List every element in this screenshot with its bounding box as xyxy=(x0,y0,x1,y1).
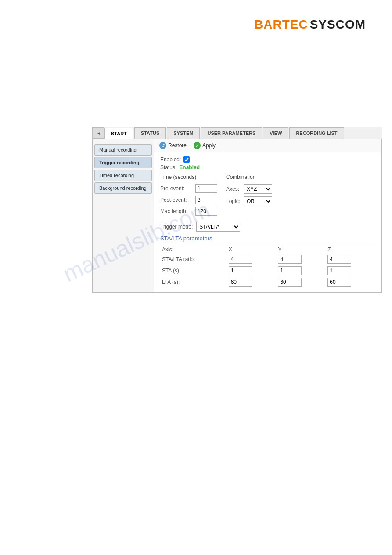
status-label: Status: xyxy=(160,164,176,170)
sta-y-input[interactable] xyxy=(278,266,302,275)
apply-icon: ✓ xyxy=(194,142,201,149)
lta-x-input[interactable] xyxy=(229,278,252,287)
form-area: Enabled: Status: Enabled Time (seconds) … xyxy=(154,152,381,292)
combination-section-title: Combination xyxy=(226,174,272,181)
tab-user-parameters[interactable]: USER PARAMETERS xyxy=(201,127,262,139)
sidebar-item-timed-recording[interactable]: Timed recording xyxy=(94,170,152,181)
trigger-mode-row: Trigger mode: STA/LTA Threshold xyxy=(160,222,375,232)
status-value: Enabled xyxy=(179,164,200,170)
sidebar-item-background-recording[interactable]: Background recording xyxy=(94,182,152,194)
restore-icon: ↺ xyxy=(159,142,166,149)
stalta-title: STA/LTA parameters xyxy=(160,235,375,243)
tab-system[interactable]: SYSTEM xyxy=(167,127,200,139)
logo: BARTEC SYSCOM xyxy=(254,18,366,32)
status-row: Status: Enabled xyxy=(160,164,375,170)
apply-button[interactable]: ✓ Apply xyxy=(194,142,216,149)
lta-label: LTA (s): xyxy=(162,279,180,285)
main-container: ◄ START STATUS SYSTEM USER PARAMETERS VI… xyxy=(92,127,382,293)
sidebar: Manual recording Trigger recording Timed… xyxy=(93,139,154,292)
axes-label: Axes: xyxy=(226,186,244,192)
stalta-ratio-y-input[interactable] xyxy=(278,255,302,264)
tab-bar: ◄ START STATUS SYSTEM USER PARAMETERS VI… xyxy=(92,127,382,139)
lta-z-input[interactable] xyxy=(327,278,351,287)
apply-label: Apply xyxy=(202,142,216,149)
pre-event-input[interactable]: 1 xyxy=(195,184,217,193)
sta-x-input[interactable] xyxy=(229,266,252,275)
toolbar: ↺ Restore ✓ Apply xyxy=(154,139,381,152)
sidebar-item-manual-recording[interactable]: Manual recording xyxy=(94,144,152,156)
time-section: Time (seconds) Pre-event: 1 Post-event: … xyxy=(160,174,217,218)
post-event-label: Post-event: xyxy=(160,197,195,203)
pre-event-label: Pre-event: xyxy=(160,185,195,192)
axis-z-header: Z xyxy=(326,246,375,254)
two-col-section: Time (seconds) Pre-event: 1 Post-event: … xyxy=(160,174,375,218)
max-length-row: Max length: 120 xyxy=(160,207,217,216)
post-event-input[interactable]: 3 xyxy=(195,196,217,204)
trigger-mode-select[interactable]: STA/LTA Threshold xyxy=(196,222,240,232)
max-length-label: Max length: xyxy=(160,208,195,214)
pre-event-row: Pre-event: 1 xyxy=(160,184,217,193)
stalta-table: Axis: X Y Z STA/LTA ratio: xyxy=(160,246,375,288)
tab-recording-list[interactable]: RECORDING LIST xyxy=(289,127,344,139)
logo-bartec: BARTEC xyxy=(254,18,308,32)
logic-label: Logic: xyxy=(226,198,244,204)
axis-y-header: Y xyxy=(276,246,326,254)
tab-nav-arrow[interactable]: ◄ xyxy=(92,127,104,139)
sta-label: STA (s): xyxy=(162,268,180,274)
combination-section: Combination Axes: XYZ X Y Z Logic: xyxy=(226,174,272,218)
stalta-ratio-row: STA/LTA ratio: xyxy=(160,254,375,265)
stalta-ratio-x-input[interactable] xyxy=(229,255,252,264)
time-section-title: Time (seconds) xyxy=(160,174,217,181)
post-event-row: Post-event: 3 xyxy=(160,196,217,204)
trigger-mode-label: Trigger mode: xyxy=(160,224,193,230)
logo-syscom: SYSCOM xyxy=(310,18,366,32)
enabled-label: Enabled: xyxy=(160,156,181,163)
axes-row: Axes: XYZ X Y Z xyxy=(226,184,272,194)
axis-x-header: X xyxy=(227,246,277,254)
axes-select[interactable]: XYZ X Y Z xyxy=(244,184,272,194)
sta-z-input[interactable] xyxy=(327,266,351,275)
restore-button[interactable]: ↺ Restore xyxy=(159,142,187,149)
tab-start[interactable]: START xyxy=(104,128,133,139)
max-length-input[interactable]: 120 xyxy=(195,207,217,216)
stalta-ratio-label: STA/LTA ratio: xyxy=(162,256,195,262)
logic-select[interactable]: OR AND xyxy=(244,196,272,206)
lta-row: LTA (s): xyxy=(160,276,375,288)
enabled-row: Enabled: xyxy=(160,156,375,163)
sta-row: STA (s): xyxy=(160,265,375,276)
main-panel: ↺ Restore ✓ Apply Enabled: Status: xyxy=(154,139,381,292)
enabled-checkbox[interactable] xyxy=(183,156,190,163)
sidebar-item-trigger-recording[interactable]: Trigger recording xyxy=(94,157,152,168)
restore-label: Restore xyxy=(168,142,187,149)
stalta-section: STA/LTA parameters Axis: X Y Z xyxy=(160,235,375,288)
stalta-ratio-z-input[interactable] xyxy=(327,255,351,264)
tab-status[interactable]: STATUS xyxy=(134,127,166,139)
content-area: Manual recording Trigger recording Timed… xyxy=(92,139,382,293)
logic-row: Logic: OR AND xyxy=(226,196,272,206)
lta-y-input[interactable] xyxy=(278,278,302,287)
tab-view[interactable]: VIEW xyxy=(263,127,288,139)
axis-col-header: Axis: xyxy=(160,246,227,254)
